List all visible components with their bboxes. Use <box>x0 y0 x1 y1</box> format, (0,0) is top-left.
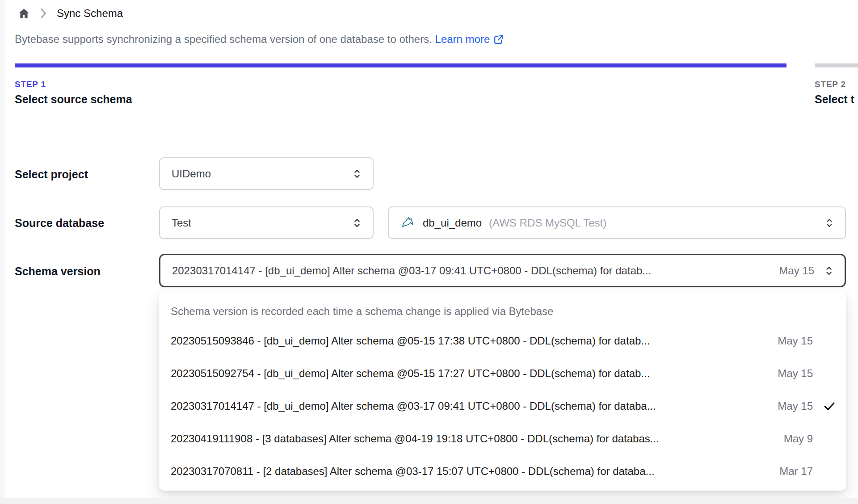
schema-version-note: Schema version is recorded each time a s… <box>159 298 846 324</box>
option-text: 20230419111908 - [3 databases] Alter sch… <box>171 433 776 445</box>
check-icon <box>813 399 836 413</box>
chevron-up-down-icon <box>351 168 363 180</box>
home-icon[interactable] <box>18 8 30 20</box>
option-text: 20230317014147 - [db_ui_demo] Alter sche… <box>171 400 770 412</box>
sync-schema-page: Sync Schema Bytebase supports synchroniz… <box>0 0 858 504</box>
schema-version-option[interactable]: 20230515092754 - [db_ui_demo] Alter sche… <box>159 357 846 390</box>
schema-version-option[interactable]: 20230515093846 - [db_ui_demo] Alter sche… <box>159 324 846 357</box>
step2-eyebrow: STEP 2 <box>815 80 854 89</box>
option-date: Mar 17 <box>779 465 813 478</box>
learn-more-link[interactable]: Learn more <box>435 33 505 46</box>
environment-select[interactable]: Test <box>159 206 374 239</box>
step1: STEP 1 Select source schema <box>15 80 132 106</box>
step2-progress-bar <box>815 63 858 67</box>
project-select-value: UIDemo <box>172 168 342 180</box>
database-select-value: db_ui_demo <box>423 217 482 229</box>
left-gutter <box>0 0 4 504</box>
option-date: May 15 <box>778 400 813 412</box>
option-date: May 15 <box>778 367 813 380</box>
option-date: May 15 <box>778 335 813 347</box>
step2: STEP 2 Select t <box>815 80 854 106</box>
option-text: 20230515092754 - [db_ui_demo] Alter sche… <box>171 367 770 380</box>
select-project-label: Select project <box>15 168 88 181</box>
mysql-dolphin-icon <box>400 215 416 231</box>
breadcrumb: Sync Schema <box>18 7 123 20</box>
external-link-icon <box>493 34 504 45</box>
step1-title: Select source schema <box>15 93 132 106</box>
option-text: 20230515093846 - [db_ui_demo] Alter sche… <box>171 335 770 347</box>
page-title: Sync Schema <box>57 7 123 20</box>
intro-text: Bytebase supports synchronizing a specif… <box>15 33 504 46</box>
chevron-up-down-icon <box>351 217 363 229</box>
project-select[interactable]: UIDemo <box>159 157 374 190</box>
schema-version-option[interactable]: 20230419111908 - [3 databases] Alter sch… <box>159 422 846 455</box>
schema-version-select-date: May 15 <box>779 265 814 277</box>
page-bottom-edge <box>0 498 858 504</box>
step1-eyebrow: STEP 1 <box>15 80 132 89</box>
schema-version-dropdown: Schema version is recorded each time a s… <box>159 291 846 491</box>
source-database-label: Source database <box>15 217 104 230</box>
option-date: May 9 <box>784 433 813 445</box>
database-select[interactable]: db_ui_demo (AWS RDS MySQL Test) <box>388 206 846 239</box>
environment-select-value: Test <box>172 217 342 229</box>
schema-version-label: Schema version <box>15 265 101 278</box>
chevron-up-down-icon <box>823 265 835 277</box>
chevron-right-icon <box>40 8 47 19</box>
option-text: 20230317070811 - [2 databases] Alter sch… <box>171 465 771 478</box>
schema-version-select-value: 20230317014147 - [db_ui_demo] Alter sche… <box>172 265 770 277</box>
schema-version-select[interactable]: 20230317014147 - [db_ui_demo] Alter sche… <box>159 254 846 287</box>
chevron-up-down-icon <box>824 217 835 229</box>
step1-progress-bar <box>15 63 786 67</box>
schema-version-option[interactable]: 20230317070811 - [2 databases] Alter sch… <box>159 455 846 487</box>
step2-title: Select t <box>815 93 854 106</box>
schema-version-listbox: 20230515093846 - [db_ui_demo] Alter sche… <box>159 324 846 487</box>
schema-version-option[interactable]: 20230317014147 - [db_ui_demo] Alter sche… <box>159 390 846 422</box>
database-select-detail: (AWS RDS MySQL Test) <box>489 217 808 229</box>
